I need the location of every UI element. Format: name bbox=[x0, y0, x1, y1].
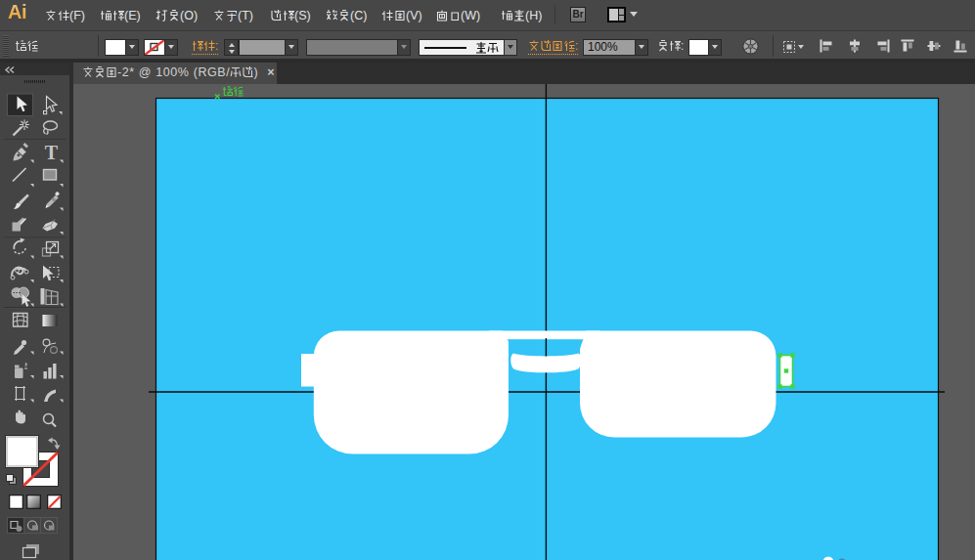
svg-text:T: T bbox=[45, 142, 59, 163]
